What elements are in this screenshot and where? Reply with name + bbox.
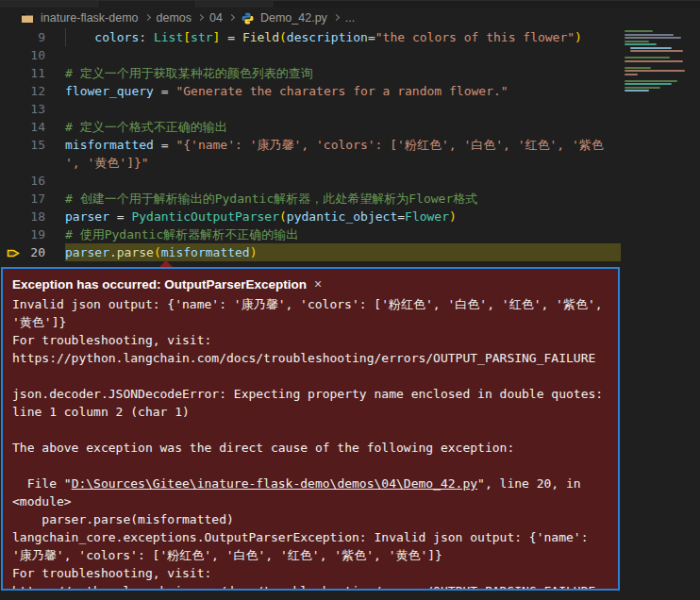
code-text[interactable]: # 创建一个用于解析输出的Pydantic解析器，此处希望解析为Flower格式	[65, 190, 477, 208]
breadcrumb: inature-flask-demo demos 04 Demo_42.py .…	[0, 8, 700, 28]
exception-text-line: https://python.langchain.com/docs/troubl…	[12, 582, 608, 591]
minimap-line	[625, 67, 651, 69]
line-number[interactable]: 17	[0, 190, 45, 208]
code-line[interactable]: 16	[0, 172, 700, 190]
minimap-line	[625, 70, 685, 72]
code-text[interactable]: flower_query = "Generate the charaters f…	[65, 82, 508, 100]
exception-link[interactable]: https://python.langchain.com/docs/troubl…	[12, 584, 595, 591]
line-number[interactable]: 14	[0, 118, 45, 136]
tab-strip	[0, 0, 700, 8]
breadcrumb-item-04[interactable]: 04	[209, 11, 223, 25]
minimap-line	[625, 41, 649, 42]
code-text[interactable]: # 定义一个用于获取某种花的颜色列表的查询	[65, 64, 313, 82]
code-line[interactable]: 15misformatted = "{'name': '康乃馨', 'color…	[0, 136, 700, 154]
exception-text-line: parser.parse(misformatted)	[12, 510, 608, 528]
code-line[interactable]: 18parser = PydanticOutputParser(pydantic…	[0, 208, 700, 225]
minimap-line	[625, 87, 660, 89]
code-text[interactable]: ', '黄色']}"	[65, 154, 149, 172]
breadcrumb-item-file[interactable]: Demo_42.py	[260, 11, 327, 25]
line-number[interactable]: 12	[0, 82, 45, 100]
breadcrumb-item-project[interactable]: inature-flask-demo	[41, 11, 139, 25]
exception-text-line: Invalid json output: {'name': '康乃馨', 'co…	[12, 295, 608, 331]
chevron-right-icon	[197, 14, 204, 21]
code-line[interactable]: 20parser.parse(misformatted)	[0, 243, 700, 261]
tab-3[interactable]	[194, 1, 275, 8]
code-text[interactable]: parser = PydanticOutputParser(pydantic_o…	[65, 208, 457, 225]
chevron-right-icon	[333, 14, 340, 21]
exception-text-line: For troubleshooting, visit:	[12, 564, 608, 582]
code-text[interactable]: parser.parse(misformatted)	[65, 243, 621, 261]
minimap-line	[625, 34, 674, 36]
code-line[interactable]: 10	[0, 46, 700, 64]
minimap-line	[625, 90, 649, 92]
line-number[interactable]	[0, 154, 45, 172]
line-number[interactable]: 15	[0, 136, 45, 154]
close-icon[interactable]: ×	[314, 276, 322, 292]
line-number[interactable]: 19	[0, 225, 45, 243]
exception-text-line	[12, 457, 608, 475]
minimap-line	[625, 80, 677, 82]
code-text[interactable]: # 定义一个格式不正确的输出	[65, 118, 227, 136]
code-text[interactable]: colors: List[str] = Field(description="t…	[65, 28, 582, 46]
minimap-line	[625, 57, 670, 58]
exception-message: Invalid json output: {'name': '康乃馨', 'co…	[12, 295, 608, 591]
exception-text-line: For troubleshooting, visit:	[12, 331, 608, 349]
minimap-line	[625, 74, 638, 75]
tab-1[interactable]	[0, 1, 100, 8]
chevron-right-icon	[143, 14, 150, 21]
tab-active[interactable]	[100, 1, 194, 8]
exception-text-line: File "D:\Sources\Gitee\inature-flask-dem…	[12, 475, 608, 510]
exception-widget: Exception has occurred: OutputParserExce…	[1, 267, 620, 591]
exception-text-line	[12, 421, 608, 439]
exception-title: Exception has occurred: OutputParserExce…	[12, 277, 307, 292]
exception-text-line	[12, 367, 608, 385]
breadcrumb-item-demos[interactable]: demos	[157, 11, 192, 25]
minimap[interactable]	[625, 30, 696, 93]
minimap-line	[630, 47, 672, 49]
python-file-icon	[242, 12, 254, 25]
minimap-line	[625, 83, 672, 85]
folder-icon	[21, 12, 34, 24]
minimap-line	[630, 50, 683, 52]
exception-text-line: langchain_core.exceptions.OutputParserEx…	[12, 528, 608, 564]
code-line[interactable]: 19# 使用Pydantic解析器解析不正确的输出	[0, 225, 700, 243]
line-number[interactable]: 11	[0, 64, 45, 82]
code-line[interactable]: 17# 创建一个用于解析输出的Pydantic解析器，此处希望解析为Flower…	[0, 190, 700, 208]
line-number[interactable]: 9	[0, 28, 45, 46]
code-line[interactable]: 11# 定义一个用于获取某种花的颜色列表的查询	[0, 64, 700, 82]
minimap-line	[625, 43, 657, 45]
exception-text-line: json.decoder.JSONDecodeError: Expecting …	[12, 385, 608, 421]
line-number[interactable]: 16	[0, 172, 45, 190]
exception-link[interactable]: D:\Sources\Gitee\inature-flask-demo\demo…	[72, 476, 477, 491]
code-text[interactable]: misformatted = "{'name': '康乃馨', 'colors'…	[65, 136, 604, 154]
minimap-line	[625, 37, 681, 39]
debug-current-line-arrow-icon	[7, 246, 20, 264]
code-line[interactable]: 9 colors: List[str] = Field(description=…	[0, 28, 700, 46]
code-line[interactable]: 14# 定义一个格式不正确的输出	[0, 118, 700, 136]
code-line[interactable]: 12flower_query = "Generate the charaters…	[0, 82, 700, 100]
breadcrumb-item-symbol[interactable]: ...	[345, 11, 355, 25]
code-line[interactable]: 13	[0, 100, 700, 118]
minimap-line	[625, 30, 653, 32]
line-number[interactable]: 13	[0, 100, 45, 118]
exception-text-line: The above exception was the direct cause…	[12, 439, 608, 457]
code-line[interactable]: ', '黄色']}"	[0, 154, 700, 172]
indent-guide	[65, 28, 66, 46]
chevron-right-icon	[228, 14, 235, 21]
code-editor[interactable]: 9 colors: List[str] = Field(description=…	[0, 28, 700, 261]
exception-text-line: https://python.langchain.com/docs/troubl…	[12, 349, 608, 367]
line-number[interactable]: 18	[0, 208, 45, 225]
code-text[interactable]: # 使用Pydantic解析器解析不正确的输出	[65, 225, 298, 243]
minimap-line	[625, 60, 683, 62]
line-number[interactable]: 10	[0, 46, 45, 64]
